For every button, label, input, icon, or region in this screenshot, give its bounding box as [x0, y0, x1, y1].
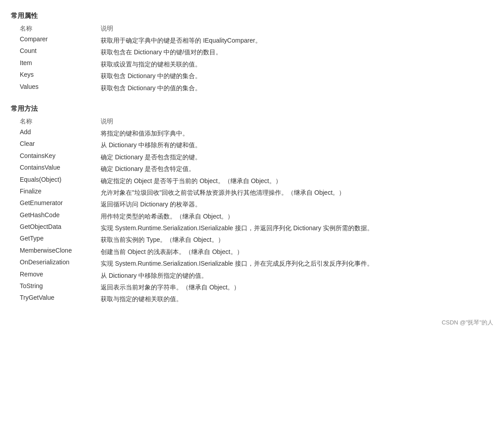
row-name: Clear	[20, 140, 92, 147]
row-desc: 获取用于确定字典中的键是否相等的 IEqualityComparer。	[101, 35, 493, 45]
table-row: TryGetValue 获取与指定的键相关联的值。	[20, 293, 493, 305]
row-desc: 获取当前实例的 Type。（继承自 Object。）	[101, 235, 493, 245]
row-name: Remove	[20, 271, 92, 278]
row-name: GetHashCode	[20, 211, 92, 219]
row-desc: 实现 System.Runtime.Serialization.ISeriali…	[101, 258, 493, 268]
page-content: 常用属性 名称 说明 Comparer 获取用于确定字典中的键是否相等的 IEq…	[11, 12, 493, 327]
properties-rows: Comparer 获取用于确定字典中的键是否相等的 IEqualityCompa…	[20, 35, 493, 94]
row-desc: 获取包含在 Dictionary 中的键/值对的数目。	[101, 47, 493, 57]
row-name: Finalize	[20, 188, 92, 195]
watermark: CSDN @"抚琴"的人	[11, 319, 493, 327]
row-desc: 从 Dictionary 中移除所有的键和值。	[101, 140, 493, 150]
row-desc: 用作特定类型的哈希函数。（继承自 Object。）	[101, 211, 493, 221]
row-desc: 将指定的键和值添加到字典中。	[101, 128, 493, 138]
common-properties-title: 常用属性	[11, 12, 493, 20]
row-desc: 实现 System.Runtime.Serialization.ISeriali…	[101, 223, 493, 233]
table-row: GetType 获取当前实例的 Type。（继承自 Object。）	[20, 234, 493, 245]
row-name: Add	[20, 128, 92, 136]
table-row: OnDeserialization 实现 System.Runtime.Seri…	[20, 258, 493, 269]
header-name-col: 名称	[20, 25, 92, 33]
row-desc: 确定 Dictionary 是否包含指定的键。	[101, 152, 493, 162]
table-row: ContainsKey 确定 Dictionary 是否包含指定的键。	[20, 151, 493, 163]
table-row: Values 获取包含 Dictionary 中的值的集合。	[20, 82, 493, 94]
methods-header-name-col: 名称	[20, 118, 92, 126]
table-row: Equals(Object) 确定指定的 Object 是否等于当前的 Obje…	[20, 175, 493, 187]
table-row: Add 将指定的键和值添加到字典中。	[20, 127, 493, 139]
methods-header-desc-col: 说明	[101, 118, 113, 126]
row-desc: 返回循环访问 Dictionary 的枚举器。	[101, 199, 493, 209]
row-name: Values	[20, 83, 92, 90]
table-row: GetEnumerator 返回循环访问 Dictionary 的枚举器。	[20, 198, 493, 210]
common-methods-section: 常用方法 名称 说明 Add 将指定的键和值添加到字典中。 Clear 从 Di…	[11, 105, 493, 305]
header-desc-col: 说明	[101, 25, 113, 33]
row-name: Count	[20, 47, 92, 54]
table-row: ToString 返回表示当前对象的字符串。（继承自 Object。）	[20, 281, 493, 293]
row-name: Keys	[20, 71, 92, 78]
row-name: Item	[20, 59, 92, 66]
row-desc: 获取与指定的键相关联的值。	[101, 294, 493, 304]
table-row: Count 获取包含在 Dictionary 中的键/值对的数目。	[20, 46, 493, 58]
table-row: GetHashCode 用作特定类型的哈希函数。（继承自 Object。）	[20, 210, 493, 222]
table-row: Clear 从 Dictionary 中移除所有的键和值。	[20, 139, 493, 151]
row-desc: 获取包含 Dictionary 中的键的集合。	[101, 71, 493, 81]
common-properties-section: 常用属性 名称 说明 Comparer 获取用于确定字典中的键是否相等的 IEq…	[11, 12, 493, 94]
common-properties-table: 名称 说明 Comparer 获取用于确定字典中的键是否相等的 IEqualit…	[20, 25, 493, 94]
table-row: ContainsValue 确定 Dictionary 是否包含特定值。	[20, 163, 493, 175]
table-row: Item 获取或设置与指定的键相关联的值。	[20, 58, 493, 70]
table-row: Comparer 获取用于确定字典中的键是否相等的 IEqualityCompa…	[20, 35, 493, 46]
row-name: TryGetValue	[20, 294, 92, 301]
row-name: GetEnumerator	[20, 199, 92, 206]
row-desc: 确定 Dictionary 是否包含特定值。	[101, 164, 493, 174]
row-name: ContainsKey	[20, 152, 92, 159]
table-row: Keys 获取包含 Dictionary 中的键的集合。	[20, 70, 493, 82]
row-desc: 创建当前 Object 的浅表副本。（继承自 Object。）	[101, 247, 493, 257]
row-desc: 返回表示当前对象的字符串。（继承自 Object。）	[101, 282, 493, 292]
table-row: Remove 从 Dictionary 中移除所指定的键的值。	[20, 270, 493, 281]
row-name: GetObjectData	[20, 223, 92, 230]
methods-rows: Add 将指定的键和值添加到字典中。 Clear 从 Dictionary 中移…	[20, 127, 493, 305]
table-row: GetObjectData 实现 System.Runtime.Serializ…	[20, 222, 493, 234]
row-name: GetType	[20, 235, 92, 242]
row-name: MemberwiseClone	[20, 247, 92, 254]
row-desc: 获取或设置与指定的键相关联的值。	[101, 59, 493, 69]
methods-header: 名称 说明	[20, 118, 493, 126]
table-row: MemberwiseClone 创建当前 Object 的浅表副本。（继承自 O…	[20, 246, 493, 258]
row-name: ToString	[20, 282, 92, 289]
table-row: Finalize 允许对象在"垃圾回收"回收之前尝试释放资源并执行其他清理操作。…	[20, 187, 493, 198]
row-desc: 允许对象在"垃圾回收"回收之前尝试释放资源并执行其他清理操作。（继承自 Obje…	[101, 188, 493, 197]
row-name: OnDeserialization	[20, 258, 92, 266]
common-methods-title: 常用方法	[11, 105, 493, 113]
row-name: ContainsValue	[20, 164, 92, 171]
common-properties-header: 名称 说明	[20, 25, 493, 33]
row-desc: 获取包含 Dictionary 中的值的集合。	[101, 83, 493, 93]
row-name: Equals(Object)	[20, 176, 92, 183]
row-name: Comparer	[20, 35, 92, 43]
row-desc: 确定指定的 Object 是否等于当前的 Object。（继承自 Object。…	[101, 176, 493, 186]
common-methods-table: 名称 说明 Add 将指定的键和值添加到字典中。 Clear 从 Diction…	[20, 118, 493, 305]
row-desc: 从 Dictionary 中移除所指定的键的值。	[101, 271, 493, 280]
